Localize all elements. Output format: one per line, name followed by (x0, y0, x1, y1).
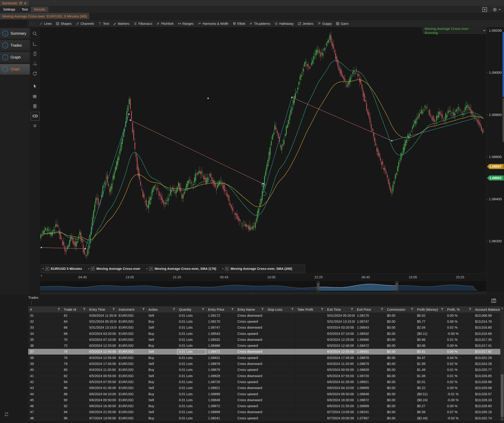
table-row[interactable]: 38766/3/2024 12:55:00EUR/USDBuy0.01 Lots… (28, 355, 500, 361)
filter-icon[interactable] (142, 308, 145, 311)
price-axis[interactable]: 1.092001.090001.088001.086001.084001.082… (486, 27, 504, 292)
trade-marker-dot[interactable] (291, 97, 293, 98)
toolbar-item-gann[interactable]: Gann (334, 21, 350, 26)
column-header-entry-name[interactable]: Entry Name (236, 306, 266, 313)
table-row[interactable]: 36726/3/2024 12:25:00EUR/USDBuy0.01 Lots… (28, 343, 500, 349)
column-header-action[interactable]: Action (147, 306, 177, 313)
sidebar-item-graph[interactable]: →Graph (0, 52, 32, 63)
layers-tool-button[interactable] (31, 92, 39, 100)
sync-icon[interactable] (4, 411, 9, 418)
toolbar-item-fibonacci[interactable]: Fibonacci (132, 21, 154, 26)
column-header-exit-price[interactable]: Exit Price (355, 306, 385, 313)
chart-display-button[interactable]: CD (31, 112, 39, 121)
toolbar-item-ranges[interactable]: Ranges (176, 21, 195, 26)
toolbar-item-text[interactable]: Text (96, 21, 111, 26)
trade-marker-dot[interactable] (128, 113, 130, 115)
legend-checkbox[interactable]: ✓ (45, 267, 49, 271)
toolbar-item-harmonic-wolfe[interactable]: Harmonic & Wolfe (196, 21, 230, 26)
toolbar-item-ta-patterns[interactable]: TA patterns (248, 21, 272, 26)
table-row[interactable]: 39786/3/2024 17:45:00EUR/USDSell0.01 Lot… (28, 361, 500, 367)
add-chart-button[interactable] (481, 6, 489, 13)
table-row[interactable]: 40806/4/2024 11:20:00EUR/USDBuy0.01 Lots… (28, 367, 500, 373)
column-header-entry-price[interactable]: Entry Price (206, 306, 236, 313)
chevron-down-icon[interactable]: ▾ (42, 267, 44, 270)
measure-tool-button[interactable] (31, 40, 39, 48)
pan-tool-button[interactable] (31, 60, 39, 68)
filter-icon[interactable] (112, 308, 115, 311)
toolbar-item-shapes[interactable]: Shapes (54, 21, 73, 26)
trade-marker-circle[interactable] (262, 192, 266, 196)
filter-icon[interactable] (411, 308, 414, 311)
legend-item-moving-average-cross-over[interactable]: ▾✓Moving Average Cross-over (88, 267, 140, 271)
trash-tool-button[interactable] (31, 102, 39, 110)
refresh-tool-button[interactable] (31, 70, 39, 78)
restore-icon[interactable] (19, 2, 22, 5)
sidebar-item-chart[interactable]: →Chart (0, 64, 32, 75)
chevron-down-icon[interactable]: ▾ (146, 267, 148, 270)
scroll-tool-button[interactable] (31, 50, 39, 58)
trade-marker-dot[interactable] (85, 248, 86, 249)
filter-icon[interactable] (202, 308, 205, 311)
sidebar-item-summary[interactable]: →Summary (0, 28, 32, 39)
toolbar-item-guppy[interactable]: Guppy (316, 21, 333, 26)
column-header-instrument[interactable]: Instrument (117, 306, 147, 313)
column-header-entry-time[interactable]: Entry Time (87, 306, 117, 313)
legend-item-moving-average-cross-over-sma-200[interactable]: ▾✓Moving Average Cross-over, SMA (200) (222, 267, 292, 271)
table-scrollbar[interactable]: ▲ ▼ (500, 306, 504, 421)
strategy-status-dropdown[interactable]: Moving Average Cross-over - Running (423, 28, 487, 34)
column-header-trade-id[interactable]: Trade Id (62, 306, 87, 313)
table-row[interactable]: 47946/6/2024 21:55:00EUR/USDSell0.01 Lot… (28, 409, 500, 415)
zoom-tool-button[interactable] (31, 30, 39, 38)
filter-icon[interactable] (173, 308, 175, 311)
filter-icon[interactable] (321, 308, 324, 311)
toolbar-grip[interactable]: ⋮⋮ (30, 22, 35, 25)
legend-checkbox[interactable]: ✓ (91, 267, 95, 271)
trade-marker-dot[interactable] (41, 247, 42, 248)
column-header-take-profit[interactable]: Take Profit (295, 306, 325, 313)
table-row[interactable]: 32645/31/2024 05:20:00EUR/USDBuy0.01 Lot… (28, 319, 500, 325)
toolbar-item-elliott[interactable]: Elliott (231, 21, 247, 26)
chevron-down-icon[interactable]: ▾ (222, 267, 224, 270)
filter-icon[interactable] (57, 308, 60, 311)
scroll-down-arrow-icon[interactable]: ▼ (500, 417, 504, 421)
toolbar-item-pitchfork[interactable]: Pitchfork (155, 21, 175, 26)
cursor-tool-button[interactable] (31, 82, 39, 90)
table-row[interactable]: 34686/3/2024 03:20:00EUR/USDBuy0.01 Lots… (28, 331, 500, 337)
table-row[interactable]: 41826/5/2024 00:55:00EUR/USDSell0.01 Lot… (28, 373, 500, 379)
chart-vertical-scrollbar[interactable] (503, 32, 504, 97)
close-icon[interactable]: ✕ (24, 2, 26, 5)
legend-checkbox[interactable]: ✓ (149, 267, 153, 271)
column-header-[interactable]: # (28, 306, 62, 313)
column-chooser-icon[interactable] (491, 298, 496, 304)
toolbar-item-lines[interactable]: Lines (38, 21, 53, 26)
filter-icon[interactable] (231, 308, 234, 311)
filter-icon[interactable] (83, 308, 86, 311)
filter-icon[interactable] (291, 308, 294, 311)
table-row[interactable]: 35706/3/2024 07:10:00EUR/USDSell0.01 Lot… (28, 337, 500, 343)
table-row[interactable]: 31625/30/2024 11:35:00EUR/USDSell0.01 Lo… (28, 313, 500, 319)
candlestick-chart-svg[interactable] (40, 27, 486, 273)
chart-navigator[interactable] (40, 281, 486, 292)
trade-marker-dot[interactable] (207, 98, 209, 99)
legend-item-moving-average-cross-over-sma-176[interactable]: ▾✓Moving Average Cross-over, SMA (176) (146, 267, 216, 271)
navigator-handle[interactable] (317, 282, 319, 291)
column-header-account-balance[interactable]: Account Balance (473, 306, 500, 313)
trade-buy-line[interactable] (264, 97, 292, 192)
toolbar-item-markers[interactable]: Markers (112, 21, 131, 26)
filter-icon[interactable] (441, 308, 444, 311)
trade-sell-line[interactable] (41, 248, 85, 249)
column-header-quantity[interactable]: Quantity (177, 306, 206, 313)
chart-vertical-scrollbar-track[interactable] (503, 98, 504, 142)
table-scrollbar-thumb[interactable] (501, 374, 504, 417)
column-header-profit-money[interactable]: Profit (Money) (415, 306, 445, 313)
table-row[interactable]: 43866/6/2024 01:35:00EUR/USDSell0.01 Lot… (28, 385, 500, 391)
legend-checkbox[interactable]: ✓ (225, 267, 229, 271)
tab-settings[interactable]: Settings (0, 7, 18, 12)
sidebar-item-trades[interactable]: →Trades (0, 40, 32, 51)
settings-menu-button[interactable] (491, 6, 502, 13)
column-header-exit-time[interactable]: Exit Time (325, 306, 355, 313)
trades-panel-grip[interactable]: ⋮ (29, 300, 33, 305)
toolbar-item-channels[interactable]: Channels (74, 21, 96, 26)
table-row[interactable]: 42846/5/2024 07:55:00EUR/USDBuy0.01 Lots… (28, 379, 500, 385)
filter-icon[interactable] (351, 308, 354, 311)
